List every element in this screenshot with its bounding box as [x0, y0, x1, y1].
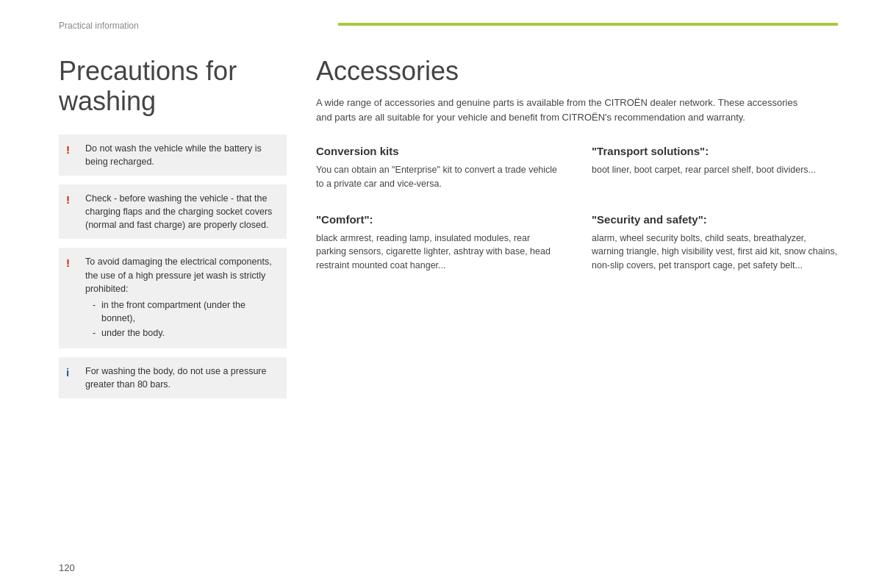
list-item: under the body. [93, 326, 278, 340]
page: Practical information Precautions for wa… [0, 0, 882, 588]
right-column: Accessories A wide range of accessories … [309, 49, 838, 407]
accessory-section-title: "Security and safety": [592, 213, 838, 226]
warnings-container: !Do not wash the vehicle while the batte… [59, 135, 287, 399]
left-column: Precautions for washing !Do not wash the… [59, 49, 309, 407]
accessories-grid: Conversion kitsYou can obtain an "Enterp… [316, 145, 838, 273]
warning-text: For washing the body, do not use a press… [85, 366, 266, 390]
accessory-section-transport: "Transport solutions":boot liner, boot c… [592, 145, 838, 191]
accessory-section-text: alarm, wheel security bolts, child seats… [592, 232, 838, 273]
exclamation-icon: ! [66, 255, 70, 271]
warning-bullets: in the front compartment (under the bonn… [85, 298, 278, 340]
top-bar: Practical information [59, 21, 838, 35]
accessories-intro: A wide range of accessories and genuine … [316, 96, 816, 124]
accessory-section-title: "Transport solutions": [592, 145, 838, 157]
warning-text: To avoid damaging the electrical compone… [85, 257, 272, 293]
accessory-section-text: black armrest, reading lamp, insulated m… [316, 232, 562, 273]
green-accent-line [338, 23, 838, 26]
accessory-section-title: "Comfort": [316, 213, 562, 226]
breadcrumb: Practical information [59, 21, 338, 31]
warning-text: Do not wash the vehicle while the batter… [85, 143, 262, 167]
warning-text: Check - before washing the vehicle - tha… [85, 193, 272, 230]
exclamation-icon: ! [66, 192, 70, 208]
list-item: in the front compartment (under the bonn… [93, 298, 278, 325]
warning-box-warn1: !Do not wash the vehicle while the batte… [59, 135, 287, 176]
warning-box-warn3: !To avoid damaging the electrical compon… [59, 248, 287, 348]
warning-box-warn2: !Check - before washing the vehicle - th… [59, 184, 287, 239]
warning-box-warn4: iFor washing the body, do not use a pres… [59, 357, 287, 398]
accessory-section-text: boot liner, boot carpet, rear parcel she… [592, 163, 838, 177]
content-area: Precautions for washing !Do not wash the… [59, 49, 838, 407]
info-icon: i [66, 365, 69, 381]
exclamation-icon: ! [66, 142, 70, 158]
accessories-title: Accessories [316, 56, 838, 87]
accessory-section-text: You can obtain an "Enterprise" kit to co… [316, 163, 562, 191]
accessory-section-title: Conversion kits [316, 145, 562, 157]
accessory-section-conversion: Conversion kitsYou can obtain an "Enterp… [316, 145, 562, 191]
accessory-section-security: "Security and safety":alarm, wheel secur… [592, 213, 838, 273]
accessory-section-comfort: "Comfort":black armrest, reading lamp, i… [316, 213, 562, 273]
page-number: 120 [59, 562, 75, 573]
page-title: Precautions for washing [59, 56, 287, 117]
